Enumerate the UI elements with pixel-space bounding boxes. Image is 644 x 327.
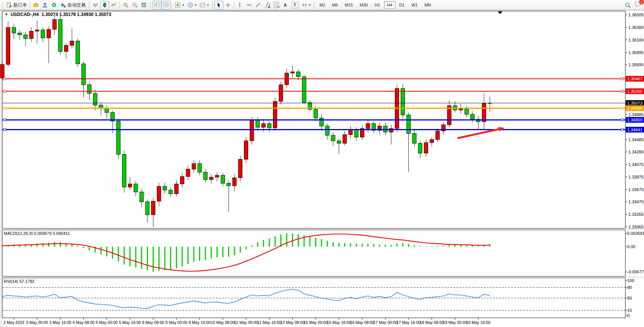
toolbar-grip[interactable]: [88, 2, 90, 8]
equidistant-channel-button[interactable]: E: [263, 1, 272, 10]
price-tick-label: 1.36505: [628, 13, 644, 17]
toolbar-grip[interactable]: [150, 2, 151, 8]
timeframe-button-m5[interactable]: M5: [329, 1, 341, 9]
line-handle[interactable]: [3, 107, 6, 109]
text-button[interactable]: A: [281, 1, 290, 10]
toolbar-grip[interactable]: [2, 2, 3, 8]
line-handle[interactable]: [621, 119, 623, 121]
ohlc-values: 1.35074 1.35179 1.34930 1.35073: [41, 12, 112, 17]
text-label-button[interactable]: T: [290, 1, 300, 10]
text-icon: A: [282, 2, 289, 8]
chart-canvas: 1.354671.352651.350731.349901.348001.346…: [0, 0, 644, 327]
candle: [238, 156, 242, 182]
line-handle[interactable]: [3, 119, 6, 121]
vertical-line-icon: [237, 2, 243, 8]
auto-trading-button[interactable]: 自动交易: [59, 1, 87, 10]
new-order-icon: [6, 2, 12, 8]
timeframe-button-w1[interactable]: W1: [408, 1, 421, 9]
time-axis-label: 15 May 16:00: [327, 320, 351, 325]
rsi-tick-label: 80: [627, 285, 632, 290]
price-tick-label: 1.34075: [628, 162, 644, 167]
candlestick-chart-button[interactable]: [100, 1, 109, 10]
zoom-out-icon: [132, 2, 138, 8]
time-axis-label: 17 May 00:00: [373, 320, 398, 325]
candle: [273, 98, 277, 131]
timeframe-toolbar: M1M5M15M30H1H4D1W1MN: [316, 1, 434, 9]
chevron-down-icon[interactable]: ▾: [207, 3, 209, 7]
new-order-label: 新订单: [13, 2, 27, 8]
candle: [76, 38, 80, 67]
line-handle[interactable]: [3, 129, 6, 131]
vertical-line-button[interactable]: [235, 1, 244, 10]
time-axis-label: 9 May 00:00: [166, 320, 188, 325]
indicators-icon: [175, 2, 181, 8]
timeframe-button-d1[interactable]: D1: [396, 1, 408, 9]
signal-button[interactable]: [49, 1, 59, 10]
rsi-tick-label: 100: [627, 278, 634, 283]
timeframe-button-h1[interactable]: H1: [372, 1, 383, 9]
new-order-button[interactable]: 新订单: [5, 1, 29, 10]
time-axis-label: 18 May 08:00: [420, 320, 444, 325]
label-icon: T: [292, 2, 298, 8]
candle: [250, 117, 254, 145]
timeframe-button-m15[interactable]: M15: [342, 1, 356, 9]
horizontal-line-button[interactable]: [244, 1, 253, 10]
line-chart-button[interactable]: [109, 1, 118, 10]
line-handle[interactable]: [621, 78, 623, 80]
rsi-indicator-label: RSI(14) 57.1782: [4, 279, 35, 284]
indicators-button[interactable]: ▾: [173, 1, 186, 10]
chevron-down-icon[interactable]: ▾: [309, 3, 311, 7]
timeframe-button-m30[interactable]: M30: [357, 1, 371, 9]
chart-shift-button[interactable]: [161, 1, 171, 10]
panel-splitter[interactable]: [0, 229, 644, 230]
brush-button[interactable]: [31, 1, 40, 10]
candle: [59, 16, 62, 54]
shapes-icon: [301, 2, 308, 8]
rsi-tick-label: 15: [627, 308, 632, 313]
timeframe-button-m1[interactable]: M1: [316, 1, 328, 9]
fibonacci-button[interactable]: F: [272, 1, 281, 10]
cursor-button[interactable]: [214, 1, 223, 10]
price-tick-label: 1.36300: [628, 25, 644, 30]
time-axis-label: 10 May 08:00: [211, 320, 235, 325]
community-button[interactable]: [40, 1, 49, 10]
line-handle[interactable]: [621, 107, 623, 109]
bar-chart-button[interactable]: [91, 1, 100, 10]
timeframe-button-mn[interactable]: MN: [421, 1, 434, 9]
shapes-button[interactable]: ▾: [300, 1, 312, 10]
toolbar-grip[interactable]: [313, 2, 315, 8]
time-axis-label: 11 May 16:00: [257, 320, 281, 325]
zoom-out-button[interactable]: [130, 1, 139, 10]
chat-button[interactable]: 1: [634, 1, 642, 9]
line-handle[interactable]: [3, 78, 6, 80]
line-handle[interactable]: [621, 129, 623, 131]
chevron-down-icon[interactable]: ▾: [195, 3, 197, 7]
panel-splitter[interactable]: [0, 277, 644, 278]
timeframe-button-h4[interactable]: H4: [384, 1, 395, 9]
line-handle[interactable]: [3, 90, 6, 93]
bar-chart-icon: [92, 2, 99, 8]
fibonacci-icon: F: [273, 2, 279, 8]
chart-title: ▼ USDCAD-,H4 1.35074 1.35179 1.34930 1.3…: [5, 12, 111, 17]
price-tick-label: 1.34885: [628, 112, 644, 117]
time-axis-label: 8 May 08:00: [142, 320, 164, 325]
price-tick-label: 1.33670: [628, 187, 644, 192]
tile-windows-button[interactable]: [139, 1, 148, 10]
time-axis-label: 5 May 16:00: [119, 320, 141, 325]
trendline-icon: [255, 2, 261, 8]
brush-icon: [33, 2, 39, 8]
periods-button[interactable]: ▾: [186, 1, 198, 10]
line-handle[interactable]: [621, 90, 623, 93]
zoom-in-button[interactable]: [121, 1, 130, 10]
toolbar-grip[interactable]: [212, 2, 213, 8]
auto-scroll-button[interactable]: [152, 1, 161, 10]
chevron-down-icon[interactable]: ▾: [182, 3, 184, 7]
crosshair-button[interactable]: [223, 1, 233, 10]
cursor-icon: [216, 2, 222, 8]
price-tick-label: 1.33065: [628, 225, 644, 229]
search-icon[interactable]: [625, 2, 631, 9]
price-tick-label: 1.35695: [628, 62, 644, 67]
symbol-menu-icon[interactable]: ▼: [5, 13, 8, 16]
trendline-button[interactable]: [253, 1, 263, 10]
templates-button[interactable]: ▾: [198, 1, 210, 10]
